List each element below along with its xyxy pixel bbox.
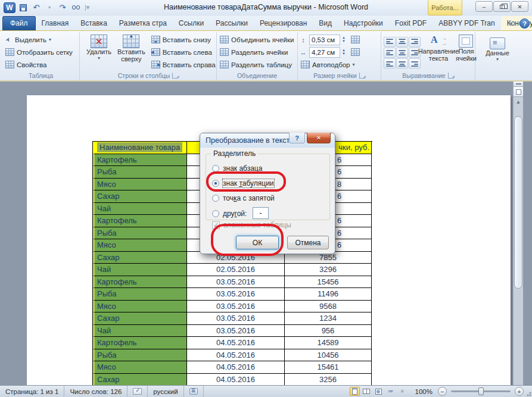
cell-date[interactable]: 04.05.2016: [187, 374, 285, 386]
align-bottom-center-button[interactable]: [396, 58, 408, 68]
text-direction-button[interactable]: А→→→ Направление текста: [423, 33, 454, 71]
page-indicator[interactable]: Страница: 1 из 1: [0, 386, 64, 397]
resize-grip[interactable]: [524, 389, 531, 396]
cell-product[interactable]: Мясо: [93, 179, 187, 191]
insert-right-button[interactable]: ▶ Вставить справа: [150, 58, 217, 71]
tab-file[interactable]: Файл: [2, 16, 36, 30]
table-row[interactable]: Мясо 04.05.2016 15461: [93, 361, 372, 374]
spellcheck-status[interactable]: [127, 386, 148, 397]
save-button[interactable]: [18, 2, 29, 13]
outline-view-button[interactable]: ≔: [385, 387, 396, 396]
cell-date[interactable]: 02.05.2016: [187, 264, 285, 276]
split-cells-button[interactable]: Разделить ячейки: [218, 46, 296, 58]
cell-sum[interactable]: 1234: [285, 312, 372, 325]
column-width-input[interactable]: [309, 47, 340, 58]
merge-cells-button[interactable]: Объединить ячейки: [218, 33, 296, 46]
insert-below-button[interactable]: ▼ Вставить снизу: [150, 33, 217, 46]
dialog-close-button[interactable]: ✕: [307, 133, 331, 143]
cell-sum[interactable]: 956: [285, 325, 372, 337]
distribute-rows-icon[interactable]: [351, 36, 360, 43]
dialog-launcher-icon[interactable]: [359, 73, 365, 79]
table-row[interactable]: Картофель 03.05.2016 15456: [93, 276, 372, 289]
restore-button[interactable]: [493, 1, 511, 12]
dialog-launcher-icon[interactable]: [448, 73, 454, 79]
scrollbar-thumb[interactable]: [514, 116, 522, 289]
cell-product[interactable]: Картофель: [93, 276, 187, 289]
cell-date[interactable]: 03.05.2016: [187, 312, 285, 325]
row-height-input[interactable]: [309, 35, 340, 45]
word-count-indicator[interactable]: Число слов: 126: [64, 386, 127, 397]
align-top-center-button[interactable]: [396, 37, 408, 47]
tab-addins[interactable]: Надстройки: [338, 16, 389, 30]
align-center-button[interactable]: [396, 48, 408, 58]
collapse-ribbon-button[interactable]: ∧: [505, 19, 516, 29]
cell-product[interactable]: Рыба: [93, 288, 187, 301]
radio-other[interactable]: другой:: [212, 208, 247, 219]
insert-above-button[interactable]: ▲ Вставить сверху: [116, 33, 147, 71]
language-indicator[interactable]: русский: [148, 386, 183, 397]
column-width-stepper[interactable]: ▲▼: [342, 49, 346, 55]
tab-home[interactable]: Главная: [36, 16, 75, 30]
cell-sum[interactable]: 11496: [285, 288, 372, 301]
select-button[interactable]: Выделить ▾: [4, 33, 78, 46]
table-properties-button[interactable]: Свойства: [4, 58, 78, 71]
fullscreen-reading-view-button[interactable]: [362, 387, 372, 396]
cell-date[interactable]: 04.05.2016: [187, 349, 285, 362]
tab-review[interactable]: Рецензирован: [254, 16, 313, 30]
print-layout-view-button[interactable]: [350, 387, 360, 396]
zoom-slider-thumb[interactable]: [478, 387, 484, 395]
view-gridlines-button[interactable]: Отобразить сетку: [4, 46, 78, 58]
delete-button[interactable]: ✕ Удалить ▾: [85, 33, 113, 71]
vertical-scrollbar[interactable]: ▲: [513, 82, 523, 385]
table-row[interactable]: Картофель 04.05.2016 14589: [93, 337, 372, 349]
table-row[interactable]: Сахар 04.05.2016 3256: [93, 374, 372, 386]
cell-sum[interactable]: 14589: [285, 337, 372, 349]
split-window-handle[interactable]: [514, 82, 523, 87]
zoom-level[interactable]: 100%: [409, 388, 436, 395]
zoom-slider[interactable]: [451, 390, 511, 392]
other-separator-input[interactable]: [253, 207, 269, 219]
close-button[interactable]: ✕: [511, 1, 528, 12]
tab-abbyy-pdf[interactable]: ABBYY PDF Tran: [433, 16, 500, 30]
radio-circle[interactable]: [212, 210, 219, 217]
cell-product[interactable]: Картофель: [93, 337, 187, 349]
table-row[interactable]: Сахар 03.05.2016 1234: [93, 312, 372, 325]
help-button[interactable]: ?: [519, 18, 530, 29]
cell-margins-button[interactable]: Поля ячейки: [454, 33, 478, 71]
zoom-out-button[interactable]: −: [438, 387, 447, 396]
cell-sum[interactable]: 3296: [285, 264, 372, 276]
cell-product[interactable]: Чай: [93, 325, 187, 337]
table-row[interactable]: Чай 02.05.2016 3296: [93, 264, 372, 276]
header-cell-product[interactable]: Наименование товара: [93, 142, 187, 154]
ruler-toggle-button[interactable]: [514, 87, 523, 97]
cell-product[interactable]: Сахар: [93, 312, 187, 325]
cell-date[interactable]: 03.05.2016: [187, 276, 285, 289]
tab-mailings[interactable]: Рассылки: [210, 16, 254, 30]
cell-product[interactable]: Картофель: [93, 154, 187, 167]
undo-dropdown[interactable]: ▾: [44, 2, 55, 13]
table-row[interactable]: Рыба 04.05.2016 10456: [93, 349, 372, 362]
scroll-up-arrow[interactable]: ▲: [514, 97, 523, 107]
cell-product[interactable]: Чай: [93, 203, 187, 215]
cell-date[interactable]: 04.05.2016: [187, 361, 285, 374]
word-logo-icon[interactable]: W: [4, 2, 15, 13]
cell-product[interactable]: Мясо: [93, 301, 187, 313]
data-button[interactable]: Данные ▾: [480, 33, 515, 71]
cell-product[interactable]: Картофель: [93, 215, 187, 227]
cell-sum[interactable]: 10456: [285, 349, 372, 362]
cell-product[interactable]: Сахар: [93, 252, 187, 264]
qat-customize-button[interactable]: |▾: [83, 4, 91, 11]
cell-date[interactable]: 03.05.2016: [187, 288, 285, 301]
cancel-button[interactable]: Отмена: [287, 236, 329, 249]
cell-sum[interactable]: 15461: [285, 361, 372, 374]
align-top-right-button[interactable]: [409, 37, 421, 47]
cell-product[interactable]: Сахар: [93, 374, 187, 386]
align-bottom-right-button[interactable]: [409, 58, 421, 68]
align-bottom-left-button[interactable]: [384, 58, 396, 68]
align-top-left-button[interactable]: [384, 37, 396, 47]
tab-view[interactable]: Вид: [313, 16, 338, 30]
cell-date[interactable]: 03.05.2016: [187, 301, 285, 313]
cell-date[interactable]: 04.05.2016: [187, 337, 285, 349]
zoom-in-button[interactable]: +: [515, 387, 524, 396]
align-center-left-button[interactable]: [384, 48, 396, 58]
